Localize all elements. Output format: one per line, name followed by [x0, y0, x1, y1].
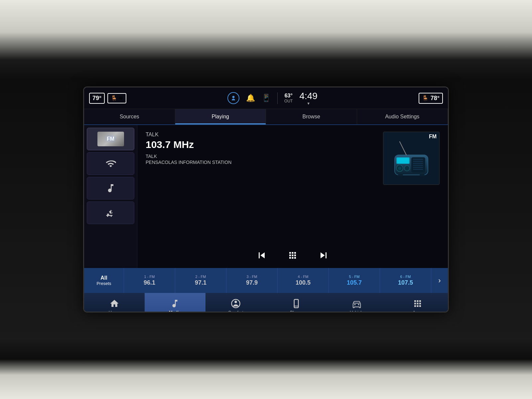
temp-left-value: 79° [92, 95, 101, 101]
source-wifi-button[interactable] [87, 152, 134, 175]
nav-home-label: Home [109, 310, 120, 313]
nav-comfort-label: Comfort [228, 310, 243, 313]
infotainment-screen: 79° 🪑 ❄ 🔔 📱 63° OUT [83, 86, 449, 313]
vehicle-icon [352, 299, 362, 309]
usb-icon [105, 207, 116, 218]
clock: 4:49 ▼ [299, 91, 318, 105]
radio-svg [390, 137, 433, 180]
nav-apps[interactable]: Apps [387, 293, 448, 313]
nav-home[interactable]: Home [84, 293, 145, 313]
source-media-button[interactable] [87, 177, 134, 200]
outside-temp: 63° OUT [284, 92, 293, 104]
music-icon [170, 299, 180, 309]
svg-point-13 [398, 167, 401, 170]
divider [277, 92, 278, 104]
svg-rect-17 [420, 174, 425, 176]
source-usb-button[interactable] [87, 201, 134, 224]
comfort-icon [231, 299, 241, 309]
svg-point-23 [358, 304, 359, 305]
preset-4-freq: 100.5 [296, 279, 311, 286]
temp-right-box[interactable]: 🪑 78° [419, 93, 443, 104]
temp-left-box[interactable]: 79° [89, 93, 105, 104]
wifi-icon [105, 158, 116, 169]
station-artwork: FM [383, 132, 440, 185]
artwork-fm-label: FM [429, 134, 437, 140]
home-icon [109, 299, 119, 309]
clock-time: 4:49 [299, 91, 318, 101]
clock-chevron: ▼ [307, 101, 310, 105]
tab-browse[interactable]: Browse [266, 109, 357, 124]
skip-forward-icon [318, 249, 330, 261]
preset-2-freq: 97.1 [195, 279, 206, 286]
tab-playing[interactable]: Playing [175, 109, 266, 124]
temp-right-value: 78° [431, 95, 440, 102]
tab-sources[interactable]: Sources [84, 109, 175, 124]
preset-5-freq: 105.7 [347, 279, 362, 286]
nav-phone[interactable]: Phone [266, 293, 327, 313]
skip-forward-button[interactable] [318, 249, 330, 261]
playing-area: TALK 103.7 MHz TALK PENSACOLAS INFORMATI… [137, 125, 448, 268]
nav-phone-label: Phone [290, 310, 303, 313]
all-label: All [100, 275, 107, 281]
preset-5-num: 5 - FM [349, 275, 360, 279]
next-chevron-icon: › [438, 276, 441, 285]
seat-controls-box[interactable]: 🪑 ❄ [107, 93, 126, 103]
skip-back-button[interactable] [256, 249, 268, 261]
nav-media[interactable]: Media [145, 293, 205, 313]
source-fm-button[interactable]: FM [87, 128, 134, 150]
preset-3[interactable]: 3 - FM 97.9 [226, 268, 278, 293]
svg-rect-16 [398, 174, 403, 176]
grid-icon [288, 250, 298, 260]
svg-rect-3 [411, 157, 425, 173]
outside-temp-label: OUT [284, 99, 293, 103]
preset-6-freq: 107.5 [398, 279, 413, 286]
bottom-nav: Home Media Comfort [84, 293, 448, 313]
preset-5[interactable]: 5 - FM 105.7 [329, 268, 380, 293]
presets-label: Presets [96, 281, 111, 286]
preset-1-freq: 96.1 [144, 279, 155, 286]
nav-vehicle-label: Vehicle [350, 310, 364, 313]
apps-icon [413, 299, 423, 309]
all-presets-button[interactable]: All Presets [84, 268, 124, 293]
car-bezel: 79° 🪑 ❄ 🔔 📱 63° OUT [0, 0, 532, 399]
seat-heat-icon: 🪑 [111, 95, 117, 101]
preset-3-freq: 97.9 [246, 279, 258, 286]
preset-1-num: 1 - FM [144, 275, 155, 279]
svg-point-14 [404, 166, 410, 171]
svg-rect-11 [397, 158, 409, 163]
preset-3-num: 3 - FM [247, 275, 257, 279]
station-genre: TALK [146, 132, 373, 138]
presets-bar: All Presets 1 - FM 96.1 2 - FM 97.1 3 - … [84, 268, 448, 293]
preset-next-button[interactable]: › [431, 276, 448, 285]
outside-temp-value: 63° [284, 92, 293, 99]
station-desc2: PENSACOLAS INFORMATION STATION [146, 160, 373, 165]
phone-nav-icon [291, 299, 301, 309]
preset-6-num: 6 - FM [400, 275, 411, 279]
nav-comfort[interactable]: Comfort [205, 293, 266, 313]
seat-cool-icon: ❄ [119, 95, 123, 101]
phone-icon[interactable]: 📱 [262, 94, 271, 102]
svg-point-19 [234, 301, 237, 303]
station-frequency: 103.7 MHz [146, 139, 373, 150]
svg-point-0 [232, 96, 235, 98]
driver-profile-icon[interactable] [227, 92, 239, 104]
tab-audio-settings[interactable]: Audio Settings [357, 109, 448, 124]
preset-2-num: 2 - FM [196, 275, 206, 279]
preset-4-num: 4 - FM [298, 275, 309, 279]
grid-button[interactable] [288, 250, 298, 260]
playback-controls [146, 249, 440, 261]
status-bar: 79° 🪑 ❄ 🔔 📱 63° OUT [84, 87, 448, 109]
preset-6[interactable]: 6 - FM 107.5 [380, 268, 431, 293]
nav-vehicle[interactable]: Vehicle [327, 293, 387, 313]
skip-back-icon [256, 249, 268, 261]
preset-1[interactable]: 1 - FM 96.1 [124, 268, 175, 293]
status-center: 🔔 📱 63° OUT 4:49 ▼ [227, 91, 318, 105]
radio-artwork [383, 132, 439, 185]
source-sidebar: FM [84, 125, 137, 268]
preset-4[interactable]: 4 - FM 100.5 [278, 268, 329, 293]
status-right: 🪑 78° [419, 93, 443, 104]
nav-media-label: Media [169, 310, 181, 313]
station-desc1: TALK [146, 154, 373, 159]
notification-icon[interactable]: 🔔 [246, 94, 255, 102]
preset-2[interactable]: 2 - FM 97.1 [175, 268, 226, 293]
